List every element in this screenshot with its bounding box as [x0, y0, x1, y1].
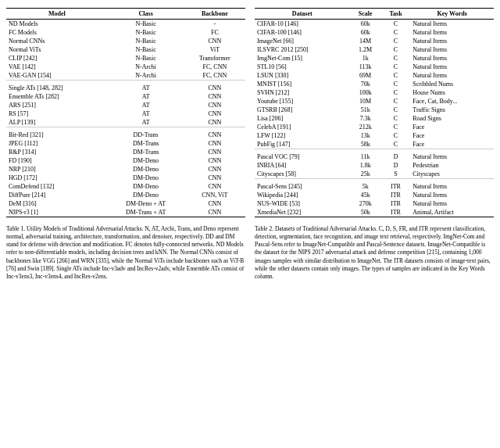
table-row: CIFAR-10 [146]60kCNatural Items [255, 20, 494, 29]
scale-cell: 70k [350, 80, 381, 88]
table-row: JPEG [112]DM-TransCNN [6, 139, 245, 148]
keywords-cell: Pedestrian [410, 161, 494, 170]
task-cell: C [381, 97, 411, 106]
backbone-cell: CNN [184, 156, 245, 165]
class-cell: DM-Deno [108, 182, 184, 191]
model-cell: NRP [210] [6, 165, 108, 174]
backbone-cell: CNN [184, 148, 245, 156]
dataset-cell: Cityscapes [58] [255, 170, 350, 179]
class-cell: AT [108, 118, 184, 127]
table-row: CelebA [191]212kCFace [255, 123, 494, 131]
class-cell: DM-Deno [108, 165, 184, 174]
dataset-cell: Pascal-Sens [245] [255, 179, 350, 192]
scale-cell: 270k [350, 199, 381, 208]
table-row: FD [190]DM-DenoCNN [6, 156, 245, 165]
task-cell: C [381, 131, 411, 140]
table-row: XmediaNet [232]50kITRAnimal, Artifact [255, 208, 494, 217]
model-cell: Bit-Red [321] [6, 127, 108, 140]
dataset-cell: CIFAR-10 [146] [255, 20, 350, 29]
backbone-cell: CNN [184, 139, 245, 148]
scale-cell: 25k [350, 170, 381, 179]
table-row: VAE [142]N-ArchiFC, CNN [6, 63, 245, 71]
task-cell: C [381, 20, 411, 29]
class-cell: DM-Deno [108, 191, 184, 199]
table1: Model Class Backbone ND ModelsN-Basic-FC… [6, 8, 245, 217]
backbone-cell: CNN [184, 199, 245, 208]
backbone-cell: CNN [184, 127, 245, 140]
scale-cell: 7.3k [350, 114, 381, 123]
table-row: Wikipedia [244]45kITRNatural Items [255, 191, 494, 199]
model-cell: CLIP [242] [6, 54, 108, 63]
table-row: LSUN [330]69MCNatural Items [255, 71, 494, 80]
backbone-cell: CNN [184, 37, 245, 45]
backbone-cell: CNN [184, 118, 245, 127]
scale-cell: 58k [350, 140, 381, 149]
class-cell: AT [108, 101, 184, 109]
backbone-cell: - [184, 20, 245, 29]
class-cell: DM-Trans [108, 139, 184, 148]
table2-section: Dataset Scale Task Key Words CIFAR-10 [1… [255, 8, 494, 217]
keywords-cell: Scribbled Nums [410, 80, 494, 88]
task-cell: C [381, 123, 411, 131]
table-row: ImgNet-Com [15]1kCNatural Items [255, 54, 494, 63]
model-cell: Single ATs [148, 282] [6, 81, 108, 93]
table2-caption: Table 2. Datasets of Traditional Adversa… [255, 225, 494, 281]
model-cell: VAE [142] [6, 63, 108, 71]
model-cell: DiffPure [214] [6, 191, 108, 199]
table-row: Pascal VOC [79]11kDNatural Items [255, 149, 494, 162]
class-cell: N-Basic [108, 54, 184, 63]
table2-header-scale: Scale [350, 9, 381, 20]
keywords-cell: Natural Items [410, 28, 494, 37]
backbone-cell: CNN [184, 208, 245, 217]
scale-cell: 50k [350, 208, 381, 217]
table-row: VAE-GAN [154]N-ArchiFC, CNN [6, 71, 245, 81]
dataset-cell: SVHN [212] [255, 88, 350, 97]
scale-cell: 10M [350, 97, 381, 106]
task-cell: C [381, 54, 411, 63]
class-cell: AT [108, 109, 184, 118]
table-row: Bit-Red [321]DD-TransCNN [6, 127, 245, 140]
table-row: NIPS-r3 [1]DM-Trans + ATCNN [6, 208, 245, 217]
table2: Dataset Scale Task Key Words CIFAR-10 [1… [255, 8, 494, 217]
backbone-cell: ViT [184, 45, 245, 54]
task-cell: ITR [381, 208, 411, 217]
class-cell: N-Basic [108, 20, 184, 29]
model-cell: FD [190] [6, 156, 108, 165]
keywords-cell: Natural Items [410, 54, 494, 63]
model-cell: ND Models [6, 20, 108, 29]
task-cell: ITR [381, 179, 411, 192]
class-cell: DM-Trans [108, 148, 184, 156]
class-cell: N-Basic [108, 45, 184, 54]
model-cell: VAE-GAN [154] [6, 71, 108, 81]
class-cell: DM-Deno + AT [108, 199, 184, 208]
tables-row: Model Class Backbone ND ModelsN-Basic-FC… [6, 8, 494, 217]
task-cell: C [381, 80, 411, 88]
table-row: ImageNet [66]14MCNatural Items [255, 37, 494, 45]
model-cell: Normal ViTs [6, 45, 108, 54]
scale-cell: 1k [350, 54, 381, 63]
backbone-cell: FC, CNN [184, 63, 245, 71]
task-cell: D [381, 161, 411, 170]
table-row: Cityscapes [58]25kSCityscapes [255, 170, 494, 179]
dataset-cell: XmediaNet [232] [255, 208, 350, 217]
table-row: Youtube [155]10MCFace, Cat, Body... [255, 97, 494, 106]
table-row: FC ModelsN-BasicFC [6, 28, 245, 37]
model-cell: DeM [316] [6, 199, 108, 208]
backbone-cell: Transformer [184, 54, 245, 63]
model-cell: NIPS-r3 [1] [6, 208, 108, 217]
table1-caption: Table 1. Utility Models of Traditional A… [6, 225, 245, 281]
scale-cell: 11k [350, 149, 381, 162]
class-cell: DM-Deno [108, 174, 184, 182]
scale-cell: 60k [350, 20, 381, 29]
class-cell: DM-Deno [108, 156, 184, 165]
table-row: Pascal-Sens [245]5kITRNatural Items [255, 179, 494, 192]
dataset-cell: STL10 [56] [255, 63, 350, 71]
scale-cell: 13k [350, 131, 381, 140]
model-cell: Normal CNNs [6, 37, 108, 45]
table-row: ND ModelsN-Basic- [6, 20, 245, 29]
keywords-cell: Face [410, 140, 494, 149]
table2-header-keywords: Key Words [410, 9, 494, 20]
dataset-cell: LFW [122] [255, 131, 350, 140]
table-row: R&P [314]DM-TransCNN [6, 148, 245, 156]
model-cell: HGD [172] [6, 174, 108, 182]
